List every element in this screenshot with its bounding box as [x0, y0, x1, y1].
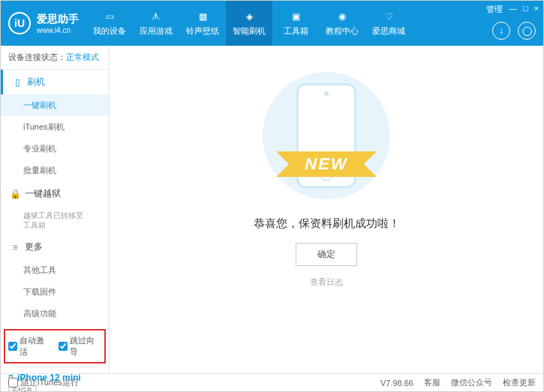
success-message: 恭喜您，保资料刷机成功啦！ [254, 217, 400, 231]
app-title: 爱思助手 [37, 13, 79, 26]
lock-icon: 🔒 [10, 189, 20, 199]
logo-icon: iU [8, 12, 31, 34]
checkbox-highlight: 自动激活 跳过向导 [4, 329, 106, 364]
window-controls: 管理 — □ × [486, 4, 539, 15]
nav-apps[interactable]: ⩚应用游戏 [133, 1, 179, 46]
view-log-link[interactable]: 查看日志 [310, 277, 343, 288]
sidebar-item-pro-flash[interactable]: 专业刷机 [1, 138, 109, 160]
checkbox-auto-activate[interactable]: 自动激活 [8, 335, 51, 358]
nav-ringtone[interactable]: ▦铃声壁纸 [179, 1, 226, 46]
main-nav: ▭我的设备 ⩚应用游戏 ▦铃声壁纸 ◈智能刷机 ▣工具箱 ◉教程中心 ♡爱思商城 [86, 1, 412, 46]
jailbreak-note: 越狱工具已转移至 工具箱 [1, 206, 109, 235]
ringtone-icon: ▦ [196, 10, 209, 23]
sidebar-item-other-tools[interactable]: 其他工具 [1, 259, 109, 281]
nav-shop[interactable]: ♡爱思商城 [365, 1, 412, 46]
sidebar-group-jailbreak[interactable]: 🔒 一键越狱 [1, 181, 109, 206]
maximize-button[interactable]: □ [523, 4, 528, 15]
logo: iU 爱思助手 www.i4.cn [8, 12, 79, 34]
sidebar: 设备连接状态：正常模式 ▯ 刷机 一键刷机 iTunes刷机 专业刷机 批量刷机… [1, 46, 110, 373]
close-button[interactable]: × [534, 4, 539, 15]
flash-icon: ◈ [242, 10, 256, 23]
nav-tutorial[interactable]: ◉教程中心 [319, 1, 365, 46]
sidebar-group-more[interactable]: ≡ 更多 [1, 235, 109, 259]
sidebar-item-advanced[interactable]: 高级功能 [1, 303, 109, 325]
nav-my-device[interactable]: ▭我的设备 [86, 1, 133, 46]
user-button[interactable]: ◯ [518, 22, 536, 40]
ok-button[interactable]: 确定 [296, 243, 357, 266]
title-bar: iU 爱思助手 www.i4.cn ▭我的设备 ⩚应用游戏 ▦铃声壁纸 ◈智能刷… [1, 1, 543, 46]
sidebar-item-itunes-flash[interactable]: iTunes刷机 [1, 116, 109, 138]
connection-status: 设备连接状态：正常模式 [1, 46, 109, 70]
device-icon: ▭ [103, 10, 116, 23]
sidebar-group-flash[interactable]: ▯ 刷机 [1, 70, 109, 94]
menu-icon: ≡ [10, 242, 20, 253]
minimize-button[interactable]: — [509, 4, 517, 15]
update-link[interactable]: 检查更新 [503, 377, 536, 388]
success-illustration: NEW [244, 68, 409, 203]
sidebar-item-oneclick-flash[interactable]: 一键刷机 [1, 94, 109, 116]
nav-toolbox[interactable]: ▣工具箱 [272, 1, 319, 46]
apps-icon: ⩚ [149, 10, 163, 23]
service-link[interactable]: 客服 [424, 377, 440, 388]
app-url: www.i4.cn [37, 26, 79, 34]
toolbox-icon: ▣ [289, 10, 302, 23]
checkbox-block-itunes[interactable]: 阻止iTunes运行 [8, 377, 79, 388]
download-button[interactable]: ↓ [492, 22, 510, 40]
phone-icon: ▯ [12, 77, 23, 88]
new-ribbon: NEW [291, 151, 361, 177]
tutorial-icon: ◉ [335, 10, 349, 23]
sidebar-item-download-firmware[interactable]: 下载固件 [1, 281, 109, 303]
shop-icon: ♡ [382, 10, 395, 23]
wechat-link[interactable]: 微信公众号 [451, 377, 492, 388]
checkbox-skip-wizard[interactable]: 跳过向导 [59, 335, 101, 358]
manage-button[interactable]: 管理 [486, 4, 503, 15]
main-panel: NEW 恭喜您，保资料刷机成功啦！ 确定 查看日志 [110, 46, 543, 373]
sidebar-item-batch-flash[interactable]: 批量刷机 [1, 160, 109, 181]
nav-flash[interactable]: ◈智能刷机 [226, 1, 272, 46]
version-label: V7.98.66 [380, 379, 413, 388]
